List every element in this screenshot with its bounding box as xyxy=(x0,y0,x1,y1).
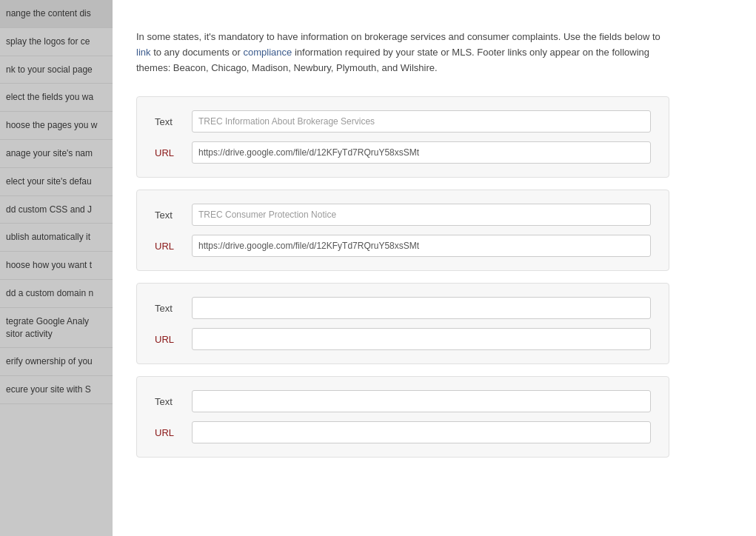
text-input-3[interactable] xyxy=(192,297,651,319)
sidebar-item-secure-site[interactable]: ecure your site with S xyxy=(0,376,113,404)
sidebar-item-add-css[interactable]: dd custom CSS and J xyxy=(0,196,113,224)
page-description: In some states, it's mandatory to have i… xyxy=(136,30,669,76)
sidebar: nange the content dissplay the logos for… xyxy=(0,0,113,536)
main-content: In some states, it's mandatory to have i… xyxy=(113,0,756,536)
url-label-4: URL xyxy=(155,427,192,438)
text-label-2: Text xyxy=(155,210,192,221)
url-input-3[interactable] xyxy=(192,328,651,350)
link-group-1: TextURL xyxy=(136,96,669,178)
text-input-2[interactable] xyxy=(192,204,651,226)
sidebar-item-choose-pages[interactable]: hoose the pages you w xyxy=(0,112,113,140)
url-input-2[interactable] xyxy=(192,235,651,257)
url-row-4: URL xyxy=(155,421,651,443)
text-label-3: Text xyxy=(155,303,192,314)
sidebar-item-display-logos[interactable]: splay the logos for ce xyxy=(0,28,113,56)
sidebar-item-select-default[interactable]: elect your site's defau xyxy=(0,168,113,196)
url-row-3: URL xyxy=(155,328,651,350)
sidebar-item-verify-ownership[interactable]: erify ownership of you xyxy=(0,348,113,376)
url-row-2: URL xyxy=(155,235,651,257)
text-row-2: Text xyxy=(155,204,651,226)
text-input-1[interactable] xyxy=(192,110,651,133)
sidebar-item-choose-how[interactable]: hoose how you want t xyxy=(0,252,113,280)
sidebar-item-publish-auto[interactable]: ublish automatically it xyxy=(0,224,113,252)
sidebar-item-link-social[interactable]: nk to your social page xyxy=(0,56,113,84)
text-label-1: Text xyxy=(155,116,192,127)
url-row-1: URL xyxy=(155,141,651,164)
link-group-2: TextURL xyxy=(136,190,669,271)
sidebar-item-add-domain[interactable]: dd a custom domain n xyxy=(0,280,113,308)
sidebar-item-select-fields[interactable]: elect the fields you wa xyxy=(0,84,113,112)
url-input-4[interactable] xyxy=(192,421,651,443)
sidebar-item-manage-name[interactable]: anage your site's nam xyxy=(0,140,113,168)
text-row-4: Text xyxy=(155,390,651,412)
link-groups-container: TextURLTextURLTextURLTextURL xyxy=(136,96,732,458)
url-label-2: URL xyxy=(155,241,192,252)
sidebar-item-integrate-analytics[interactable]: tegrate Google Analy sitor activity xyxy=(0,308,113,349)
text-row-3: Text xyxy=(155,297,651,319)
url-input-1[interactable] xyxy=(192,141,651,164)
url-label-3: URL xyxy=(155,334,192,345)
url-label-1: URL xyxy=(155,147,192,158)
compliance-anchor[interactable]: compliance xyxy=(244,47,292,58)
text-label-4: Text xyxy=(155,396,192,407)
sidebar-item-manage-content[interactable]: nange the content dis xyxy=(0,0,113,28)
text-input-4[interactable] xyxy=(192,390,651,412)
link-group-3: TextURL xyxy=(136,283,669,364)
link-group-4: TextURL xyxy=(136,376,669,458)
text-row-1: Text xyxy=(155,110,651,133)
link-anchor[interactable]: link xyxy=(136,47,151,58)
